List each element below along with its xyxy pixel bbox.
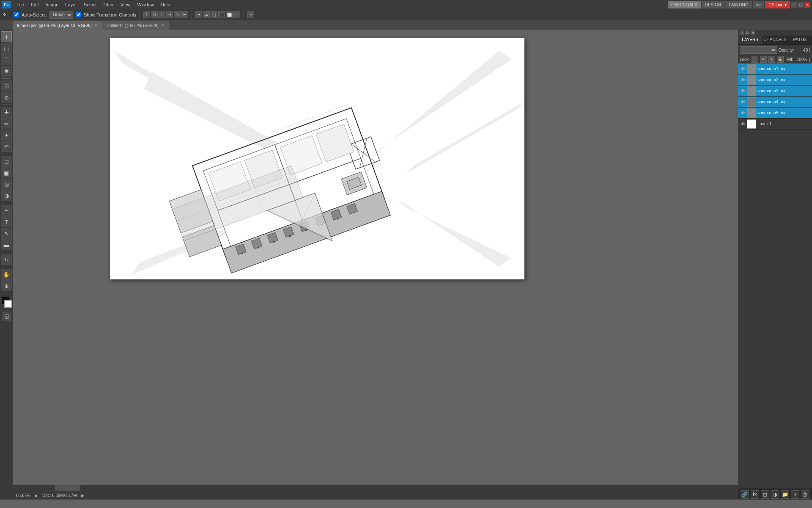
lock-move-button[interactable]: ✛ [768, 56, 775, 63]
tab-tutorial[interactable]: tutorial.psd @ 66.7% (Layer 13, RGB/8) ✕ [13, 21, 102, 30]
layer-style-button[interactable]: fx [751, 490, 759, 499]
layer-visibility-sanmarco1[interactable]: 👁 [740, 66, 746, 72]
tab-paths[interactable]: PATHS [788, 36, 812, 44]
align-bottom-button[interactable]: ⊥ [159, 11, 165, 18]
panel-expand-button[interactable]: □ [745, 30, 749, 35]
tool-text[interactable]: T [1, 216, 12, 227]
layer-new-button[interactable]: + [791, 490, 799, 499]
background-color[interactable] [4, 300, 12, 308]
align-top-button[interactable]: ⊤ [143, 11, 150, 18]
tool-zoom[interactable]: ⊕ [1, 280, 12, 291]
layer-visibility-sanmarco3[interactable]: 👁 [740, 88, 746, 94]
tool-hand[interactable]: ✋ [1, 269, 12, 280]
workspace-essentials-button[interactable]: ESSENTIALS [668, 1, 701, 8]
tool-brush[interactable]: ✏ [1, 118, 12, 129]
menu-edit[interactable]: Edit [28, 1, 42, 8]
horizontal-scrollbar[interactable] [13, 485, 738, 491]
distribute-icons-group: ⬘ ⬙ ⬚ ⬛ ⬜ ⬝ [195, 11, 240, 18]
show-transform-checkbox[interactable] [76, 12, 81, 17]
lock-all-button[interactable]: 🔒 [777, 56, 784, 63]
layer-mask-button[interactable]: ◻ [761, 490, 769, 499]
panel-collapse-button[interactable]: ─ [740, 30, 744, 35]
tool-rect-select[interactable]: ⬚ [1, 43, 12, 54]
layer-adjustment-button[interactable]: ◑ [771, 490, 779, 499]
menu-image[interactable]: Image [43, 1, 62, 8]
layer-item-sanmarco3[interactable]: 👁 sanmarco3.png [738, 86, 812, 97]
menu-layer[interactable]: Layer [62, 1, 80, 8]
tab-layers[interactable]: LAYERS [738, 36, 763, 44]
panel-close-button[interactable]: ✕ [751, 30, 755, 35]
workspace-more-button[interactable]: >> [753, 1, 765, 8]
align-vcenter-button[interactable]: ⊟ [151, 11, 158, 18]
menu-select[interactable]: Select [81, 1, 100, 8]
svg-marker-3 [398, 199, 512, 267]
options-bar: ✛ Auto-Select: Group Layer Show Transfor… [0, 9, 812, 20]
tool-magic-wand[interactable]: ✱ [1, 66, 12, 77]
dist-vcenter-button[interactable]: ⬙ [203, 11, 210, 18]
blend-mode-dropdown[interactable]: Normal [740, 46, 777, 54]
layer-visibility-layer1[interactable]: 👁 [740, 121, 746, 127]
layer-visibility-sanmarco5[interactable]: 👁 [740, 110, 746, 116]
lock-paint-button[interactable]: ✏ [760, 56, 767, 63]
layer-visibility-sanmarco2[interactable]: 👁 [740, 77, 746, 83]
lock-transparent-button[interactable]: ⬚ [752, 56, 758, 63]
layer-item-sanmarco2[interactable]: 👁 sanmarco2.png [738, 75, 812, 86]
tool-3d-rotate[interactable]: ↻ [1, 254, 12, 265]
tab-tutorial-close[interactable]: ✕ [94, 23, 98, 28]
status-nav-arrow[interactable]: ▶ [81, 493, 85, 498]
tool-gradient[interactable]: ▣ [1, 167, 12, 178]
menu-view[interactable]: View [118, 1, 134, 8]
tool-pen[interactable]: ✒ [1, 205, 12, 216]
zoom-arrow[interactable]: ▶ [35, 493, 38, 498]
align-right-button[interactable]: ⊢ [181, 11, 188, 18]
layer-delete-button[interactable]: 🗑 [801, 490, 809, 499]
workspace-painting-button[interactable]: PAINTING [725, 1, 752, 8]
layer-item-sanmarco4[interactable]: 👁 sanmarco4.png [738, 97, 812, 108]
cslive-button[interactable]: CS Live ▾ [765, 1, 790, 8]
tab-untitled[interactable]: Untitled1 @ 66.7% (RGB/8) ✕ [102, 21, 169, 30]
dist-top-button[interactable]: ⬘ [195, 11, 202, 18]
window-close-button[interactable]: ✕ [804, 2, 810, 8]
menu-file[interactable]: File [14, 1, 27, 8]
tool-history-brush[interactable]: ↶ [1, 141, 12, 152]
tool-spot-healing[interactable]: ✚ [1, 107, 12, 118]
menu-help[interactable]: Help [158, 1, 173, 8]
tool-shape[interactable]: ▬ [1, 239, 12, 250]
tool-blur[interactable]: ◎ [1, 179, 12, 190]
tool-move[interactable]: ✛ [1, 31, 12, 42]
auto-align-button[interactable]: ⌖ [247, 11, 254, 18]
layer-visibility-sanmarco4[interactable]: 👁 [740, 99, 746, 105]
workspace-design-button[interactable]: DESIGN [702, 1, 724, 8]
menu-filter[interactable]: Filter [100, 1, 116, 8]
layer-link-button[interactable]: 🔗 [741, 490, 749, 499]
tool-eraser[interactable]: ◻ [1, 156, 12, 167]
tool-clone-stamp[interactable]: ✦ [1, 130, 12, 141]
layer-item-sanmarco1[interactable]: 👁 sanmarco1.png [738, 64, 812, 75]
layer-item-layer1[interactable]: 👁 Layer 1 [738, 119, 812, 130]
auto-select-dropdown[interactable]: Group Layer [49, 11, 73, 19]
quick-mask-button[interactable]: ◱ [2, 312, 11, 321]
tool-eyedropper[interactable]: ⊘ [1, 92, 12, 103]
dist-left-button[interactable]: ⬛ [218, 11, 225, 18]
window-minimize-button[interactable]: ─ [791, 2, 797, 8]
workspace-buttons: ESSENTIALS DESIGN PAINTING >> CS Live ▾ … [668, 1, 810, 8]
tab-channels[interactable]: CHANNELS [763, 36, 787, 44]
tab-untitled-close[interactable]: ✕ [161, 23, 165, 28]
align-left-button[interactable]: ⊣ [166, 11, 173, 18]
fg-bg-colors [1, 297, 12, 309]
tool-path-select[interactable]: ↖ [1, 228, 12, 239]
layer-item-sanmarco5[interactable]: 👁 sanmarco5.png [738, 108, 812, 119]
layers-blend-row: Normal Opacity: 40 | [738, 45, 812, 55]
dist-bottom-button[interactable]: ⬚ [211, 11, 217, 18]
dist-hcenter-button[interactable]: ⬜ [226, 11, 233, 18]
tool-lasso[interactable]: ⌒ [1, 54, 12, 65]
menu-window[interactable]: Window [134, 1, 157, 8]
window-restore-button[interactable]: □ [798, 2, 804, 8]
dist-right-button[interactable]: ⬝ [233, 11, 240, 18]
layer-group-button[interactable]: 📁 [781, 490, 789, 499]
tool-crop[interactable]: ⊡ [1, 80, 12, 91]
align-hcenter-button[interactable]: ⊞ [174, 11, 181, 18]
auto-select-checkbox[interactable] [14, 12, 19, 17]
canvas-area[interactable]: 66.67% ▶ Doc: 6.59M/16.7M ▶ [13, 30, 738, 500]
tool-dodge[interactable]: ◑ [1, 190, 12, 201]
